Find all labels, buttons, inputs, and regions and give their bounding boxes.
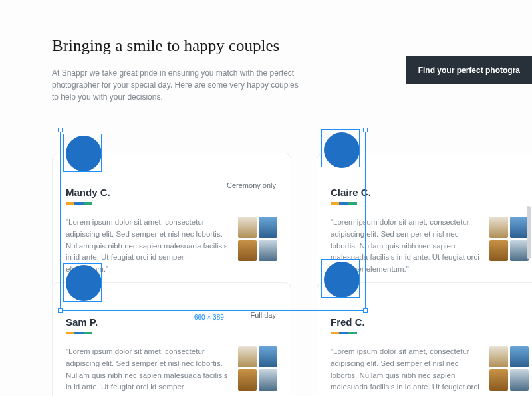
avatar [324, 132, 360, 168]
thumbnail[interactable] [489, 346, 508, 367]
page-title: Bringing a smile to happy couples [52, 37, 532, 55]
accent-underline [66, 202, 92, 205]
photo-thumbnails [238, 346, 277, 396]
thumbnail[interactable] [510, 217, 529, 238]
testimonial-quote: "Lorem ipsum dolor sit amet, consectetur… [331, 346, 480, 396]
thumbnail[interactable] [238, 240, 257, 261]
reviewer-name: Fred C. [331, 316, 529, 328]
resize-handle[interactable] [58, 128, 63, 132]
selection-size-label: 660 × 389 [193, 314, 225, 321]
reviewer-name: Claire C. [331, 187, 529, 198]
scrollbar[interactable] [527, 206, 531, 259]
photo-thumbnails [238, 217, 277, 276]
thumbnail[interactable] [489, 217, 508, 238]
testimonial-card[interactable]: Full day Sam P. "Lorem ipsum dolor sit a… [52, 282, 291, 396]
find-photographer-button[interactable]: Find your perfect photogra [406, 56, 532, 84]
avatar [66, 136, 102, 171]
page-subtitle: At Snappr we take great pride in ensurin… [52, 67, 305, 103]
thumbnail[interactable] [510, 240, 529, 261]
thumbnail[interactable] [489, 369, 508, 391]
avatar [324, 262, 360, 298]
testimonial-card[interactable]: Fred C. "Lorem ipsum dolor sit amet, con… [317, 282, 532, 396]
thumbnail[interactable] [238, 346, 257, 367]
accent-underline [331, 332, 357, 334]
thumbnail[interactable] [238, 217, 257, 238]
thumbnail[interactable] [259, 369, 277, 391]
thumbnail[interactable] [489, 240, 508, 261]
testimonial-quote: "Lorem ipsum dolor sit amet, consectetur… [66, 346, 229, 396]
thumbnail[interactable] [510, 346, 529, 367]
package-badge: Ceremony only [227, 181, 276, 189]
thumbnail[interactable] [259, 346, 277, 367]
photo-thumbnails [489, 217, 529, 276]
accent-underline [331, 202, 357, 205]
accent-underline [66, 332, 92, 334]
thumbnail[interactable] [510, 369, 529, 391]
thumbnail[interactable] [259, 240, 277, 261]
thumbnail[interactable] [259, 217, 277, 238]
photo-thumbnails [489, 346, 529, 396]
package-badge: Full day [250, 311, 276, 319]
reviewer-name: Sam P. [66, 316, 277, 328]
thumbnail[interactable] [238, 369, 257, 391]
resize-handle[interactable] [363, 128, 368, 132]
avatar [66, 265, 102, 301]
